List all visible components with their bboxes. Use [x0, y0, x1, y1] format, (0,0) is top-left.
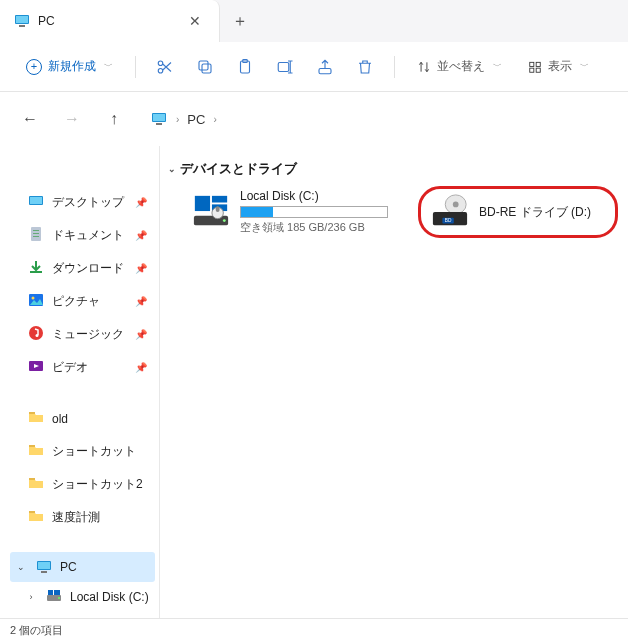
sidebar-item-label: ドキュメント: [52, 227, 127, 244]
sidebar-item-pc[interactable]: ⌄ PC: [10, 552, 155, 582]
sidebar-item-folder-6[interactable]: old: [10, 402, 155, 435]
drive-bd-re-d[interactable]: BD BD-RE ドライブ (D:): [418, 186, 618, 238]
download-icon: [28, 259, 44, 278]
svg-rect-11: [530, 62, 534, 66]
plus-circle-icon: +: [26, 59, 42, 75]
sidebar-item-document-1[interactable]: ドキュメント📌: [10, 219, 155, 252]
view-label: 表示: [548, 58, 572, 75]
new-tab-button[interactable]: ＋: [220, 0, 260, 42]
drive-info: BD-RE ドライブ (D:): [479, 204, 605, 221]
expand-icon[interactable]: ⌄: [14, 562, 28, 572]
sidebar-item-music-4[interactable]: ミュージック📌: [10, 318, 155, 351]
nav-bar: ← → ↑ › PC ›: [0, 92, 628, 146]
svg-rect-19: [30, 197, 42, 204]
pin-icon: 📌: [135, 362, 147, 373]
svg-rect-33: [29, 511, 35, 513]
svg-rect-32: [29, 478, 35, 480]
group-header-label: デバイスとドライブ: [180, 160, 297, 178]
sidebar-item-folder-8[interactable]: ショートカット2: [10, 468, 155, 501]
svg-rect-35: [38, 562, 50, 569]
cut-button[interactable]: [148, 50, 182, 84]
svg-rect-13: [530, 68, 534, 72]
svg-rect-21: [33, 230, 39, 231]
svg-rect-39: [54, 590, 60, 595]
clipboard-icon: [236, 58, 254, 76]
music-icon: [28, 325, 44, 344]
svg-rect-6: [199, 61, 208, 70]
sidebar-item-label: ショートカット: [52, 443, 151, 460]
toolbar: + 新規作成 ﹀ 並べ替え ﹀ 表示 ﹀: [0, 42, 628, 92]
svg-rect-36: [41, 571, 47, 573]
back-button[interactable]: ←: [14, 103, 46, 135]
new-button[interactable]: + 新規作成 ﹀: [16, 52, 123, 81]
optical-drive-icon: BD: [431, 193, 469, 231]
delete-button[interactable]: [348, 50, 382, 84]
trash-icon: [356, 58, 374, 76]
chevron-right-icon: ›: [176, 114, 179, 125]
scissors-icon: [156, 58, 174, 76]
sidebar-item-label: ショートカット2: [52, 476, 151, 493]
chevron-down-icon: ﹀: [580, 60, 589, 73]
svg-rect-1: [16, 16, 28, 23]
sidebar-item-label: ダウンロード: [52, 260, 127, 277]
drive-local-disk-c[interactable]: Local Disk (C:) 空き領域 185 GB/236 GB: [190, 186, 390, 238]
chevron-down-icon: ﹀: [493, 60, 502, 73]
svg-text:BD: BD: [445, 218, 452, 223]
new-button-label: 新規作成: [48, 58, 96, 75]
up-button[interactable]: ↑: [98, 103, 130, 135]
sort-icon: [417, 60, 431, 74]
paste-button[interactable]: [228, 50, 262, 84]
drive-name: BD-RE ドライブ (D:): [479, 204, 605, 221]
svg-point-27: [29, 326, 43, 340]
tab-close-button[interactable]: ✕: [181, 7, 209, 35]
drive-name: Local Disk (C:): [240, 189, 388, 203]
pc-icon: [36, 559, 52, 575]
drive-icon: [46, 589, 62, 605]
sidebar-item-local-disk[interactable]: › Local Disk (C:): [10, 582, 155, 612]
svg-rect-43: [195, 196, 210, 211]
expand-icon[interactable]: ›: [24, 592, 38, 602]
sidebar-item-download-2[interactable]: ダウンロード📌: [10, 252, 155, 285]
pin-icon: 📌: [135, 296, 147, 307]
drive-info: Local Disk (C:) 空き領域 185 GB/236 GB: [240, 189, 388, 235]
forward-button[interactable]: →: [56, 103, 88, 135]
view-button[interactable]: 表示 ﹀: [518, 52, 599, 81]
folder-icon: [28, 508, 44, 527]
copy-button[interactable]: [188, 50, 222, 84]
content-pane: ⌄ デバイスとドライブ Local D: [160, 146, 628, 618]
svg-point-49: [453, 202, 459, 208]
folder-icon: [28, 475, 44, 494]
svg-rect-24: [30, 271, 42, 273]
sidebar-item-label: ミュージック: [52, 326, 127, 343]
svg-point-26: [32, 297, 35, 300]
chevron-down-icon: ﹀: [104, 60, 113, 73]
sidebar-pc-label: PC: [60, 560, 151, 574]
sidebar-item-folder-9[interactable]: 速度計測: [10, 501, 155, 534]
local-disk-icon: [192, 193, 230, 231]
breadcrumb-root[interactable]: PC: [187, 112, 205, 127]
svg-rect-16: [153, 114, 165, 121]
sort-button[interactable]: 並べ替え ﹀: [407, 52, 512, 81]
sidebar-item-picture-3[interactable]: ピクチャ📌: [10, 285, 155, 318]
group-header-devices[interactable]: ⌄ デバイスとドライブ: [166, 156, 622, 186]
svg-rect-12: [536, 62, 540, 66]
sidebar-local-disk-label: Local Disk (C:): [70, 590, 151, 604]
share-icon: [316, 58, 334, 76]
sidebar-item-folder-7[interactable]: ショートカット: [10, 435, 155, 468]
collapse-icon[interactable]: ⌄: [168, 164, 176, 174]
pc-icon: [14, 13, 30, 29]
share-button[interactable]: [308, 50, 342, 84]
sidebar-item-desktop-0[interactable]: デスクトップ📌: [10, 186, 155, 219]
tab-pc[interactable]: PC ✕: [0, 0, 220, 42]
address-bar[interactable]: › PC ›: [150, 111, 217, 127]
copy-icon: [196, 58, 214, 76]
pin-icon: 📌: [135, 197, 147, 208]
sidebar-item-video-5[interactable]: ビデオ📌: [10, 351, 155, 384]
sidebar-item-label: ビデオ: [52, 359, 127, 376]
capacity-text: 空き領域 185 GB/236 GB: [240, 220, 388, 235]
view-icon: [528, 60, 542, 74]
svg-rect-9: [278, 62, 289, 71]
sidebar-item-label: ピクチャ: [52, 293, 127, 310]
svg-rect-5: [202, 64, 211, 73]
rename-button[interactable]: [268, 50, 302, 84]
